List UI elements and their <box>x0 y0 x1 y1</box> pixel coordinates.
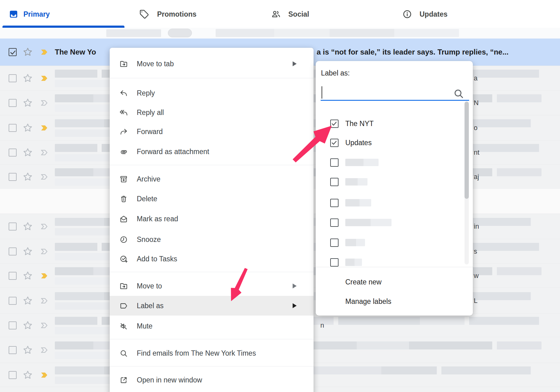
trash-icon <box>120 195 128 203</box>
menu-item-reply[interactable]: Reply <box>110 84 314 102</box>
menu-item-reply-all[interactable]: Reply all <box>110 104 314 121</box>
email-checkbox[interactable] <box>9 99 17 107</box>
importance-marker-icon[interactable] <box>39 124 49 132</box>
menu-item-snooze[interactable]: Snooze <box>110 231 314 248</box>
menu-item-forward[interactable]: Forward <box>110 123 314 140</box>
tab-social-label: Social <box>288 10 309 18</box>
star-icon[interactable] <box>22 370 33 381</box>
tab-promotions-label: Promotions <box>157 10 197 18</box>
info-icon <box>402 9 412 19</box>
label-checkbox[interactable] <box>330 258 339 267</box>
importance-marker-icon[interactable] <box>39 48 49 56</box>
email-checkbox[interactable] <box>9 297 17 305</box>
importance-marker-icon[interactable] <box>39 99 49 107</box>
email-checkbox-checked[interactable] <box>9 48 17 56</box>
star-icon[interactable] <box>22 147 33 158</box>
label-option-blurred[interactable] <box>316 214 473 231</box>
blurred-label-name <box>345 199 371 206</box>
email-text-fragment: n <box>320 321 324 329</box>
check-icon <box>9 49 17 56</box>
importance-marker-icon[interactable] <box>39 272 49 280</box>
label-search-input[interactable] <box>323 86 448 99</box>
email-checkbox[interactable] <box>9 272 17 280</box>
importance-marker-icon[interactable] <box>39 223 49 231</box>
email-checkbox[interactable] <box>9 173 17 181</box>
label-option-the-nyt[interactable]: The NYT <box>316 115 473 132</box>
search-icon[interactable] <box>453 88 464 99</box>
menu-item-add-to-tasks[interactable]: Add to Tasks <box>110 250 314 267</box>
menu-item-move-to[interactable]: Move to <box>110 277 314 295</box>
menu-item-archive[interactable]: Archive <box>110 170 314 188</box>
inbox-icon <box>9 9 18 19</box>
label-checkbox[interactable] <box>330 178 339 186</box>
importance-marker-icon[interactable] <box>39 346 49 354</box>
importance-marker-icon[interactable] <box>39 74 49 82</box>
importance-marker-icon[interactable] <box>39 297 49 305</box>
star-icon[interactable] <box>22 47 33 58</box>
menu-item-move-to-tab[interactable]: Move to tab <box>110 55 314 72</box>
label-option-blurred[interactable] <box>316 173 473 190</box>
email-row-partial-top[interactable] <box>0 28 560 39</box>
importance-marker-icon[interactable] <box>39 247 49 255</box>
label-menu-divider <box>316 267 473 267</box>
menu-item-delete[interactable]: Delete <box>110 190 314 207</box>
text-cursor <box>322 86 322 99</box>
email-text-fragment: a <box>474 74 477 82</box>
email-text-fragment: in <box>474 223 479 231</box>
menu-divider <box>110 339 314 339</box>
star-icon[interactable] <box>22 122 33 133</box>
menu-item-mute[interactable]: Mute <box>110 317 314 335</box>
star-icon[interactable] <box>22 73 33 84</box>
email-checkbox[interactable] <box>9 371 17 379</box>
submenu-arrow-icon <box>293 284 297 288</box>
email-checkbox[interactable] <box>9 321 17 329</box>
email-text-fragment: w <box>474 272 479 280</box>
active-tab-underline <box>2 26 124 28</box>
people-icon <box>271 9 281 19</box>
menu-item-forward-as-attachment[interactable]: Forward as attachment <box>110 143 314 160</box>
label-option-blurred[interactable] <box>316 254 473 271</box>
create-new-label-button[interactable]: Create new <box>316 273 473 291</box>
move-to-folder-icon <box>120 282 128 290</box>
label-option-updates[interactable]: Updates <box>316 134 473 151</box>
email-text-fragment: N <box>474 99 479 107</box>
star-icon[interactable] <box>22 246 33 257</box>
clock-icon <box>120 235 128 244</box>
star-icon[interactable] <box>22 320 33 331</box>
star-icon[interactable] <box>22 171 33 182</box>
scrollbar-thumb[interactable] <box>465 102 469 199</box>
label-option-blurred[interactable] <box>316 194 473 211</box>
importance-marker-icon[interactable] <box>39 149 49 157</box>
importance-marker-icon[interactable] <box>39 321 49 329</box>
label-option-blurred[interactable] <box>316 234 473 251</box>
menu-item-open-in-new-window[interactable]: Open in new window <box>110 371 314 389</box>
importance-marker-icon[interactable] <box>39 371 49 379</box>
manage-labels-button[interactable]: Manage labels <box>316 293 473 310</box>
email-text-fragment: nt <box>474 149 479 157</box>
star-icon[interactable] <box>22 345 33 356</box>
move-to-tab-icon <box>120 60 128 68</box>
menu-item-mark-as-read[interactable]: Mark as read <box>110 210 314 227</box>
task-check-plus-icon <box>120 255 128 263</box>
blurred-label-name <box>345 159 379 166</box>
email-checkbox[interactable] <box>9 346 17 354</box>
email-checkbox[interactable] <box>9 74 17 82</box>
email-checkbox[interactable] <box>9 247 17 255</box>
gmail-inbox-screen: The New Yo a is “not for sale,” its lead… <box>0 0 560 392</box>
email-context-menu: Move to tab Reply Reply all Forward <box>110 48 314 392</box>
email-checkbox[interactable] <box>9 223 17 231</box>
importance-marker-icon[interactable] <box>39 173 49 181</box>
email-checkbox[interactable] <box>9 124 17 132</box>
star-icon[interactable] <box>22 221 33 232</box>
open-envelope-icon <box>120 215 128 223</box>
menu-item-find-emails[interactable]: Find emails from The New York Times <box>110 345 314 362</box>
menu-item-label-as[interactable]: Label as <box>110 296 314 316</box>
star-icon[interactable] <box>22 270 33 281</box>
label-option-blurred[interactable] <box>316 154 473 171</box>
email-checkbox[interactable] <box>9 149 17 157</box>
label-checkbox[interactable] <box>330 239 339 247</box>
star-icon[interactable] <box>22 295 33 306</box>
label-checkbox[interactable] <box>330 218 339 227</box>
star-icon[interactable] <box>22 97 33 108</box>
label-checkbox[interactable] <box>330 199 339 207</box>
